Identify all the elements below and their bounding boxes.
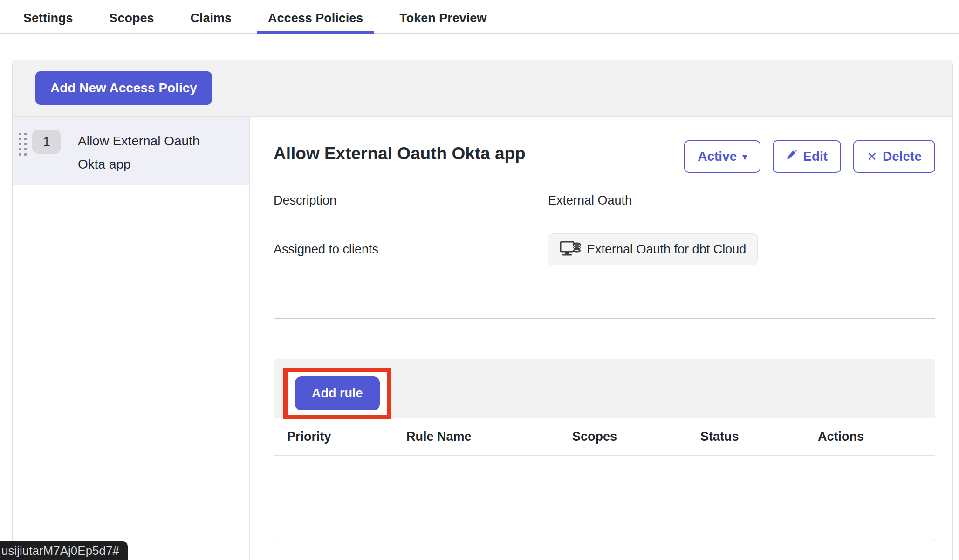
- policy-actions: Active ▾ Edit ✕: [684, 140, 935, 173]
- description-label: Description: [274, 193, 548, 208]
- link-url-tooltip: usijiutarM7Aj0Ep5d7#: [0, 541, 128, 560]
- drag-handle-icon[interactable]: [19, 133, 27, 156]
- rules-table-body: [274, 456, 935, 542]
- tab-token-preview[interactable]: Token Preview: [388, 7, 498, 33]
- col-priority: Priority: [287, 430, 406, 444]
- col-rule-name: Rule Name: [406, 430, 572, 444]
- tab-access-policies[interactable]: Access Policies: [257, 7, 374, 33]
- policy-detail-fields: Description External Oauth Assigned to c…: [274, 193, 935, 265]
- client-app-icon: [560, 241, 581, 258]
- annotation-highlight: Add rule: [283, 368, 391, 419]
- col-actions: Actions: [818, 430, 935, 444]
- policy-list-item[interactable]: 1 Allow External Oauth Okta app: [13, 117, 249, 185]
- access-policies-panel: Add New Access Policy 1 Allow External O…: [12, 60, 953, 560]
- policy-detail: Allow External Oauth Okta app Active ▾: [250, 117, 952, 560]
- assigned-client-name: External Oauth for dbt Cloud: [587, 242, 746, 257]
- pencil-icon: [786, 149, 797, 164]
- description-value: External Oauth: [548, 193, 935, 208]
- status-dropdown-label: Active: [698, 149, 737, 164]
- rules-table-header: Priority Rule Name Scopes Status Actions: [274, 418, 935, 456]
- tab-claims[interactable]: Claims: [179, 7, 243, 33]
- close-icon: ✕: [867, 150, 877, 163]
- tab-scopes[interactable]: Scopes: [98, 7, 165, 33]
- assigned-clients-label: Assigned to clients: [274, 242, 548, 257]
- edit-button-label: Edit: [803, 149, 828, 164]
- rules-card-header: Add rule: [274, 359, 935, 418]
- policy-list: 1 Allow External Oauth Okta app: [13, 117, 250, 560]
- rules-card: Add rule Priority Rule Name Scopes Statu…: [274, 359, 935, 542]
- page: Settings Scopes Claims Access Policies T…: [0, 0, 959, 560]
- delete-button[interactable]: ✕ Delete: [853, 140, 935, 173]
- policy-priority-badge: 1: [32, 130, 61, 154]
- assigned-client-chip: External Oauth for dbt Cloud: [548, 233, 758, 265]
- col-status: Status: [700, 430, 818, 444]
- panel-body: 1 Allow External Oauth Okta app Allow Ex…: [13, 117, 952, 560]
- panel-header: Add New Access Policy: [13, 60, 952, 117]
- tab-settings[interactable]: Settings: [12, 7, 84, 33]
- policy-title: Allow External Oauth Okta app: [274, 140, 526, 164]
- policy-detail-header: Allow External Oauth Okta app Active ▾: [274, 140, 935, 173]
- add-rule-button[interactable]: Add rule: [295, 376, 380, 410]
- policy-name: Allow External Oauth Okta app: [78, 130, 218, 176]
- edit-button[interactable]: Edit: [773, 140, 841, 173]
- col-scopes: Scopes: [572, 430, 700, 444]
- section-divider: [274, 318, 935, 319]
- tab-bar: Settings Scopes Claims Access Policies T…: [0, 0, 959, 34]
- add-new-access-policy-button[interactable]: Add New Access Policy: [35, 71, 212, 105]
- status-dropdown-button[interactable]: Active ▾: [684, 140, 760, 173]
- delete-button-label: Delete: [883, 149, 922, 164]
- chevron-down-icon: ▾: [742, 152, 747, 161]
